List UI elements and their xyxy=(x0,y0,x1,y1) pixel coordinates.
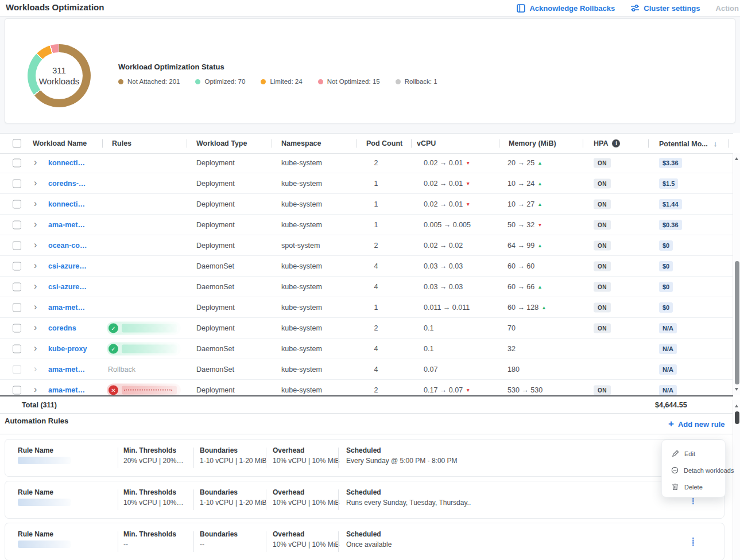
namespace-cell: kube-system xyxy=(281,365,322,374)
rule-boundaries-label: Boundaries xyxy=(200,530,238,538)
legend-label: Not Optimized: 15 xyxy=(327,78,380,85)
pod-count-cell: 4 xyxy=(362,345,390,353)
rule-name-label: Rule Name xyxy=(18,488,53,496)
expand-row-icon[interactable]: › xyxy=(34,364,37,374)
workload-name-link[interactable]: ama-met… xyxy=(48,386,85,394)
select-all-checkbox[interactable] xyxy=(13,139,21,148)
expand-row-icon[interactable]: › xyxy=(34,158,37,167)
trend-up-icon: ▲ xyxy=(537,181,542,186)
expand-row-icon[interactable]: › xyxy=(34,220,37,229)
namespace-cell: kube-system xyxy=(281,180,322,188)
vcpu-cell: 0.02 → 0.02 xyxy=(424,242,463,250)
actions-button[interactable]: Action xyxy=(716,4,739,13)
workload-name-link[interactable]: ama-met… xyxy=(48,365,85,374)
table-row: ›ama-met…Deploymentkube-system10.005 → 0… xyxy=(0,215,733,235)
workload-name-link[interactable]: kube-proxy xyxy=(48,345,87,353)
row-checkbox[interactable] xyxy=(13,220,21,229)
expand-row-icon[interactable]: › xyxy=(34,240,37,250)
table-body: ›konnecti…Deploymentkube-system20.02 → 0… xyxy=(0,153,733,400)
rule-name-label: Rule Name xyxy=(18,446,53,454)
column-header-workload-name: Workload Name xyxy=(33,139,87,147)
trend-down-icon: ▼ xyxy=(466,160,470,166)
legend-dot xyxy=(118,79,123,84)
expand-row-icon[interactable]: › xyxy=(34,385,37,394)
expand-row-icon[interactable]: › xyxy=(34,261,37,270)
info-icon[interactable]: i xyxy=(612,139,620,147)
scroll-thumb[interactable] xyxy=(735,261,739,384)
hpa-badge: ON xyxy=(594,323,611,333)
table-scrollbar[interactable] xyxy=(733,153,740,395)
legend-item-not-optimized: Not Optimized: 15 xyxy=(318,78,380,85)
column-header-potential-mo[interactable]: Potential Mo...↓ xyxy=(659,139,717,148)
row-checkbox[interactable] xyxy=(13,241,21,250)
sort-descending-icon[interactable]: ↓ xyxy=(714,139,718,148)
check-icon: ✓ xyxy=(109,323,118,333)
row-checkbox[interactable] xyxy=(13,200,21,208)
redacted-rule-name xyxy=(122,324,177,332)
row-checkbox[interactable] xyxy=(13,386,21,394)
workload-name-link[interactable]: ama-met… xyxy=(48,304,85,312)
workload-name-link[interactable]: csi-azure… xyxy=(48,283,87,291)
expand-row-icon[interactable]: › xyxy=(34,282,37,291)
potential-savings-badge: N/A xyxy=(659,364,677,375)
menu-item-delete[interactable]: Delete xyxy=(662,479,725,495)
menu-item-edit[interactable]: Edit xyxy=(662,445,725,462)
row-checkbox[interactable] xyxy=(13,303,21,312)
row-checkbox[interactable] xyxy=(13,365,21,374)
rule-boundaries-label: Boundaries xyxy=(200,446,238,454)
scroll-down-icon[interactable] xyxy=(735,388,738,391)
namespace-cell: kube-system xyxy=(281,345,322,353)
add-new-rule-button[interactable]: + Add new rule xyxy=(668,419,725,429)
hpa-badge: ON xyxy=(594,385,611,395)
workload-name-link[interactable]: ocean-co… xyxy=(48,242,87,250)
expand-row-icon[interactable]: › xyxy=(34,344,37,353)
table-row: ›konnecti…Deploymentkube-system20.02 → 0… xyxy=(0,153,733,173)
workload-name-link[interactable]: konnecti… xyxy=(48,159,85,167)
row-checkbox[interactable] xyxy=(13,158,21,167)
vcpu-cell: 0.03 → 0.03 xyxy=(424,262,463,270)
summary-card: 311 Workloads Workload Optimization Stat… xyxy=(5,18,735,123)
row-checkbox[interactable] xyxy=(13,282,21,291)
workloads-optimization-page: Workloads Optimization Acknowledge Rollb… xyxy=(0,0,740,560)
row-checkbox[interactable] xyxy=(13,344,21,353)
scroll-thumb[interactable] xyxy=(735,411,739,424)
trend-up-icon: ▲ xyxy=(537,243,542,248)
workload-name-link[interactable]: coredns-… xyxy=(48,180,86,188)
column-separator xyxy=(272,139,272,148)
workload-name-link[interactable]: konnecti… xyxy=(48,200,85,208)
table-row: ›konnecti…Deploymentkube-system10.02 → 0… xyxy=(0,194,733,215)
memory-cell: 70 xyxy=(507,324,516,332)
column-header-workload-type: Workload Type xyxy=(196,139,247,147)
workload-name-link[interactable]: csi-azure… xyxy=(48,262,87,270)
cluster-settings-button[interactable]: Cluster settings xyxy=(630,4,700,13)
table-row: ›kube-proxy✓DaemonSetkube-system40.132N/… xyxy=(0,339,733,359)
expand-row-icon[interactable]: › xyxy=(34,199,37,208)
scroll-up-icon[interactable] xyxy=(735,157,738,160)
menu-item-detach-workloads[interactable]: Detach workloads xyxy=(662,462,725,479)
column-separator xyxy=(499,139,499,148)
workload-type-cell: Deployment xyxy=(196,324,235,332)
workload-name-link[interactable]: ama-met… xyxy=(48,221,85,229)
rule-boundaries-value: 1-10 vCPU | 1-20 MiB xyxy=(200,499,267,507)
menu-item-label: Detach workloads xyxy=(684,467,734,474)
trend-up-icon: ▲ xyxy=(537,160,542,166)
section-scrollbar[interactable] xyxy=(733,400,740,560)
column-header-rules: Rules xyxy=(112,139,131,147)
expand-row-icon[interactable]: › xyxy=(34,323,37,332)
rule-name-label: Rule Name xyxy=(18,530,53,538)
acknowledge-rollbacks-button[interactable]: Acknowledge Rollbacks xyxy=(517,4,615,13)
expand-row-icon[interactable]: › xyxy=(34,178,37,188)
row-checkbox[interactable] xyxy=(13,324,21,332)
row-checkbox[interactable] xyxy=(13,179,21,188)
rules-rollback-label: Rollback xyxy=(108,365,135,374)
workload-name-link[interactable]: coredns xyxy=(48,324,76,332)
expand-row-icon[interactable]: › xyxy=(34,302,37,312)
memory-cell: 32 xyxy=(507,345,516,353)
row-checkbox[interactable] xyxy=(13,262,21,270)
rule-overhead-label: Overhead xyxy=(273,446,304,454)
scroll-up-icon[interactable] xyxy=(735,405,738,407)
table-row: ›ama-met…Deploymentkube-system10.011 → 0… xyxy=(0,297,733,318)
rule-min-thresholds-label: Min. Thresholds xyxy=(123,446,176,454)
kebab-menu-icon[interactable] xyxy=(691,536,696,548)
workload-type-cell: Deployment xyxy=(196,180,235,188)
